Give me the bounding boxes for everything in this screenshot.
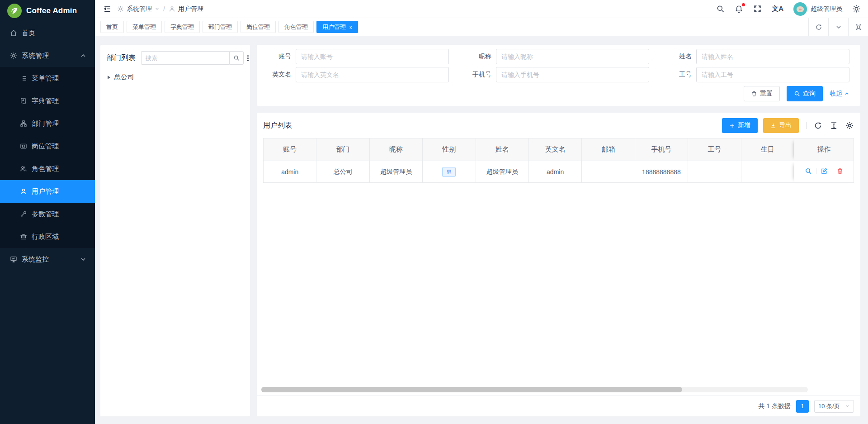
search-icon (794, 91, 800, 97)
add-user-button[interactable]: 新增 (722, 118, 758, 133)
sidebar-item-label: 系统管理 (22, 52, 49, 60)
kebab-menu-icon[interactable] (247, 55, 249, 61)
action-divider (816, 168, 816, 174)
name-input[interactable] (696, 49, 849, 64)
sidebar-item-dept-mgmt[interactable]: 部门管理 (0, 112, 95, 135)
column-settings-gear-icon[interactable] (845, 121, 854, 130)
user-table-wrap: 账号 部门 昵称 性别 姓名 英文名 邮箱 手机号 工号 生日 (263, 138, 854, 183)
refresh-icon[interactable] (814, 121, 822, 130)
phone-input[interactable] (496, 67, 649, 82)
account-input[interactable] (296, 49, 449, 64)
breadcrumb: 系统管理 / 用户管理 (117, 5, 203, 13)
cell-english: admin (528, 161, 581, 183)
tab-close-icon[interactable]: x (349, 24, 352, 30)
delete-row-icon[interactable] (836, 167, 844, 175)
export-button-label: 导出 (779, 121, 792, 129)
department-search-button[interactable] (229, 51, 244, 65)
export-button[interactable]: 导出 (763, 118, 799, 133)
department-panel: 部门列表 总公司 (100, 45, 250, 416)
tab-post-mgmt[interactable]: 岗位管理 (241, 21, 276, 33)
nickname-input[interactable] (496, 49, 649, 64)
field-label: 英文名 (268, 71, 296, 79)
user-table-card: 用户列表 新增 导出 (257, 113, 860, 416)
search-form-card: 账号 昵称 姓名 英文名 (257, 45, 860, 106)
gear-icon (10, 52, 17, 59)
page-size-select[interactable]: 10 条/页 (814, 400, 854, 413)
table-row: admin 总公司 超级管理员 男 超级管理员 admin 1888888888… (264, 161, 854, 183)
tab-role-mgmt[interactable]: 角色管理 (278, 21, 314, 33)
maximize-icon[interactable] (848, 18, 868, 36)
tab-home[interactable]: 首页 (100, 21, 124, 33)
view-row-icon[interactable] (805, 167, 812, 175)
caret-right-icon[interactable] (108, 76, 110, 79)
dictionary-icon (20, 97, 27, 105)
tab-bar: 首页 菜单管理 字典管理 部门管理 岗位管理 角色管理 用户管理 x (95, 18, 868, 36)
wrench-icon (20, 210, 27, 218)
department-tree: 总公司 (107, 65, 244, 81)
page-size-value: 10 条/页 (818, 402, 840, 410)
bank-icon (20, 233, 27, 240)
leaf-logo-icon (7, 4, 22, 18)
sidebar-item-dict-mgmt[interactable]: 字典管理 (0, 90, 95, 112)
tab-dict-mgmt[interactable]: 字典管理 (165, 21, 200, 33)
breadcrumb-item-system[interactable]: 系统管理 (127, 5, 152, 13)
page-button-1[interactable]: 1 (796, 400, 809, 413)
chevron-up-icon (80, 52, 87, 59)
chevron-down-icon[interactable] (828, 18, 848, 36)
tab-dept-mgmt[interactable]: 部门管理 (203, 21, 238, 33)
app-root: Coffee Admin 首页 系统管理 菜单管理 字典管理 (0, 0, 868, 424)
user-name: 超级管理员 (811, 5, 842, 13)
sidebar-item-label: 行政区域 (32, 233, 59, 241)
english-name-input[interactable] (296, 67, 449, 82)
field-job-number: 工号 (668, 67, 849, 82)
tab-label: 字典管理 (170, 23, 194, 31)
sidebar-item-region[interactable]: 行政区域 (0, 225, 95, 248)
query-button[interactable]: 查询 (787, 86, 823, 101)
sidebar-item-label: 部门管理 (32, 119, 59, 128)
chevron-up-icon (844, 91, 849, 96)
avatar (793, 2, 807, 16)
sidebar-item-system[interactable]: 系统管理 (0, 44, 95, 67)
sidebar-item-monitor[interactable]: 系统监控 (0, 248, 95, 271)
reset-button[interactable]: 重置 (744, 86, 780, 101)
refresh-icon[interactable] (808, 18, 828, 36)
tab-menu-mgmt[interactable]: 菜单管理 (127, 21, 162, 33)
cell-name: 超级管理员 (476, 161, 528, 183)
translate-icon[interactable]: 文A (772, 5, 783, 13)
cell-birthday (741, 161, 794, 183)
horizontal-scrollbar-thumb[interactable] (261, 387, 682, 392)
users-icon (20, 165, 27, 172)
field-label: 账号 (268, 52, 296, 61)
field-label: 手机号 (468, 71, 496, 79)
chevron-down-icon (845, 404, 850, 409)
download-icon (770, 123, 776, 129)
sidebar-item-home[interactable]: 首页 (0, 22, 95, 44)
col-header-gender: 性别 (423, 138, 476, 161)
breadcrumb-item-user: 用户管理 (178, 5, 203, 13)
collapse-filters-link[interactable]: 收起 (830, 90, 849, 98)
sidebar-item-param-mgmt[interactable]: 参数管理 (0, 203, 95, 225)
sidebar-item-role-mgmt[interactable]: 角色管理 (0, 157, 95, 180)
sidebar-item-post-mgmt[interactable]: 岗位管理 (0, 135, 95, 157)
row-height-icon[interactable] (830, 121, 838, 130)
sidebar-item-menu-mgmt[interactable]: 菜单管理 (0, 67, 95, 90)
sidebar-collapse-icon[interactable] (103, 5, 112, 13)
field-label: 工号 (668, 71, 696, 79)
search-icon[interactable] (716, 5, 725, 13)
top-header: 系统管理 / 用户管理 文A 超级管理员 (95, 0, 868, 18)
settings-gear-icon[interactable] (852, 5, 861, 13)
tree-node-root[interactable]: 总公司 (107, 73, 244, 81)
fullscreen-icon[interactable] (753, 5, 762, 13)
brand-logo[interactable]: Coffee Admin (0, 0, 95, 22)
notification-bell-icon[interactable] (735, 5, 743, 13)
tab-label: 岗位管理 (246, 23, 270, 31)
job-number-input[interactable] (696, 67, 849, 82)
edit-row-icon[interactable] (821, 167, 828, 175)
user-table: 账号 部门 昵称 性别 姓名 英文名 邮箱 手机号 工号 生日 (263, 138, 854, 183)
department-search-input[interactable] (141, 51, 229, 65)
user-menu[interactable]: 超级管理员 (793, 2, 842, 16)
sidebar-item-label: 字典管理 (32, 97, 59, 105)
sidebar-item-user-mgmt[interactable]: 用户管理 (0, 180, 95, 203)
add-button-label: 新增 (738, 121, 750, 129)
tab-user-mgmt[interactable]: 用户管理 x (316, 21, 358, 33)
